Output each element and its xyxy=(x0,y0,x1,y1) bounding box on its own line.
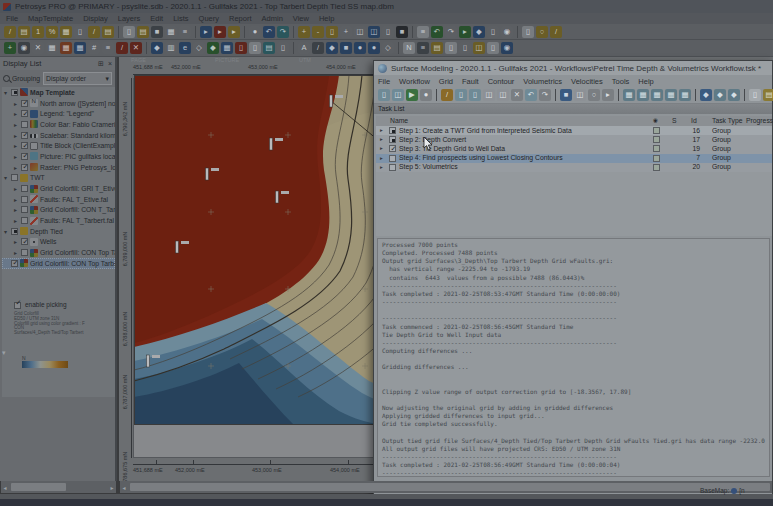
culture-columns-icon[interactable]: ▥ xyxy=(165,42,177,54)
undo-icon[interactable]: ↶ xyxy=(431,26,443,38)
map-hscrollbar[interactable]: ◂ xyxy=(120,481,772,493)
draw-annotation-icon[interactable]: / xyxy=(88,26,100,38)
task-visibility-checkbox[interactable] xyxy=(653,164,660,171)
visibility-column-icon[interactable]: ◉ xyxy=(653,117,658,123)
close-icon[interactable]: × xyxy=(108,60,112,67)
display-list-item[interactable]: Title Block (ClientExample_ xyxy=(2,140,115,151)
polygon-select-icon[interactable]: ◇ xyxy=(193,42,205,54)
pdf-layer-icon[interactable]: ▯ xyxy=(235,42,247,54)
menu-item[interactable]: Admin xyxy=(262,14,283,23)
fit-view-icon[interactable]: ▯ xyxy=(382,26,394,38)
separator[interactable] xyxy=(555,89,556,101)
zoom-out-icon[interactable]: - xyxy=(312,26,324,38)
menu-item[interactable]: Fault xyxy=(462,77,479,86)
separator[interactable] xyxy=(118,26,119,38)
copy-view-icon[interactable]: ◫ xyxy=(368,26,380,38)
new-task-icon[interactable]: ▯ xyxy=(378,89,390,101)
separator[interactable] xyxy=(293,42,294,54)
new-file-icon[interactable]: ▯ xyxy=(123,26,135,38)
grid-hash-icon[interactable]: # xyxy=(88,42,100,54)
export-doc-icon[interactable]: ▸ xyxy=(200,26,212,38)
visibility-checkbox[interactable] xyxy=(11,260,18,267)
panel-collapse-chevron-icon[interactable]: ▾ xyxy=(2,349,6,357)
expand-arrow-icon[interactable] xyxy=(4,174,11,181)
visibility-checkbox[interactable] xyxy=(11,174,18,181)
scalebar-icon[interactable]: ≡ xyxy=(417,42,429,54)
display-list-item[interactable]: Picture: PIC gullfaks locatio xyxy=(2,151,115,162)
print-icon[interactable]: ▦ xyxy=(165,26,177,38)
menu-item[interactable]: Edit xyxy=(150,14,163,23)
task-visibility-checkbox[interactable] xyxy=(653,155,660,162)
colorbar-icon[interactable]: ▤ xyxy=(431,42,443,54)
globe-green-icon[interactable]: ◆ xyxy=(207,42,219,54)
visibility-checkbox[interactable] xyxy=(21,217,28,224)
open-folder-icon[interactable]: ▤ xyxy=(137,26,149,38)
task-row[interactable]: ▸ Step 1: Create a TWT Grid from Interpr… xyxy=(376,126,772,135)
folder-teal-icon[interactable]: ▤ xyxy=(263,42,275,54)
north-arrow-icon[interactable]: N xyxy=(403,42,415,54)
contour-lines-icon[interactable]: ≡ xyxy=(102,42,114,54)
open-workflow-icon[interactable]: ▤ xyxy=(763,89,773,101)
menu-item[interactable]: Help xyxy=(638,77,653,86)
menu-item[interactable]: Help xyxy=(319,14,334,23)
grid-export-icon[interactable]: ▦ xyxy=(665,89,677,101)
column-name[interactable]: Name xyxy=(390,117,408,124)
new-doc-icon[interactable]: ▯ xyxy=(522,26,534,38)
menu-item[interactable]: Contour xyxy=(488,77,515,86)
duplicate-task-icon[interactable]: ◫ xyxy=(392,89,404,101)
frame-grid-icon[interactable]: ▯ xyxy=(277,42,289,54)
task-checkbox[interactable] xyxy=(389,136,396,143)
display-list-item[interactable]: Grid Colorfill: CON Top Tar xyxy=(2,247,115,258)
new-workflow-icon[interactable]: ▯ xyxy=(749,89,761,101)
display-list-item[interactable]: Depth Tied xyxy=(2,226,115,237)
add-display-icon[interactable]: + xyxy=(4,42,16,54)
expand-arrow-icon[interactable] xyxy=(14,164,21,171)
grid-colorfill-icon[interactable]: ▦ xyxy=(60,42,72,54)
grid-list-icon[interactable]: ≡ xyxy=(417,26,429,38)
fault-erase-icon[interactable]: ✕ xyxy=(130,42,142,54)
task-row[interactable]: ▸ Step 2: Depth Convert 17 Group xyxy=(376,135,772,144)
visibility-checkbox[interactable] xyxy=(11,228,18,235)
expand-arrow-icon[interactable] xyxy=(14,100,21,107)
save-icon[interactable]: ■ xyxy=(151,26,163,38)
full-dark-icon[interactable]: ■ xyxy=(396,26,408,38)
expand-arrow-icon[interactable] xyxy=(4,228,11,235)
mesh-icon[interactable]: ▦ xyxy=(46,42,58,54)
zoom-in-icon[interactable]: + xyxy=(298,26,310,38)
column-s[interactable]: S xyxy=(672,117,677,124)
search-icon[interactable] xyxy=(3,75,10,82)
pin-icon[interactable]: ⊞ xyxy=(98,60,104,68)
paste-task-icon[interactable]: ◫ xyxy=(497,89,509,101)
visibility-checkbox[interactable] xyxy=(21,121,28,128)
menu-item[interactable]: Lists xyxy=(173,14,188,23)
export-ppt-icon[interactable]: ▸ xyxy=(228,26,240,38)
display-list-item[interactable]: Grid Colorfill: CON T_Tarbe xyxy=(2,205,115,216)
task-checkbox[interactable] xyxy=(389,164,396,171)
insert-task-icon[interactable]: ▯ xyxy=(455,89,467,101)
display-list-item[interactable]: Map Template xyxy=(2,87,115,98)
fault-line-icon[interactable]: / xyxy=(116,42,128,54)
expand-arrow-icon[interactable] xyxy=(14,153,21,160)
undo-view-icon[interactable]: ↶ xyxy=(263,26,275,38)
display-list-item[interactable]: Raster: PNG Petrosys_logo xyxy=(2,162,115,173)
database-list-icon[interactable]: ≡ xyxy=(179,26,191,38)
zoom-window-icon[interactable]: ▯ xyxy=(326,26,338,38)
visibility-checkbox[interactable] xyxy=(21,238,28,245)
task-row[interactable]: ▸ Step 4: Find prospects using Lowest Cl… xyxy=(376,154,772,163)
menu-item[interactable]: Layers xyxy=(118,14,141,23)
edit-task-icon[interactable]: / xyxy=(441,89,453,101)
edit-dbm-icon[interactable]: / xyxy=(4,26,16,38)
task-checkbox[interactable] xyxy=(389,145,396,152)
ellipse-fill-icon[interactable]: ● xyxy=(368,42,380,54)
scale-100-icon[interactable]: % xyxy=(46,26,58,38)
task-checkbox[interactable] xyxy=(389,127,396,134)
screen-extent-icon[interactable]: ◫ xyxy=(354,26,366,38)
separator[interactable] xyxy=(398,42,399,54)
visibility-checkbox[interactable] xyxy=(21,100,28,107)
redo-icon[interactable]: ↷ xyxy=(445,26,457,38)
display-list-item[interactable]: Wells xyxy=(2,237,115,248)
scrollbar-thumb[interactable] xyxy=(11,483,66,491)
globe-3d-icon[interactable]: ◉ xyxy=(501,42,513,54)
link-tool-icon[interactable]: ◆ xyxy=(714,89,726,101)
column-task-type[interactable]: Task Type xyxy=(712,117,742,124)
